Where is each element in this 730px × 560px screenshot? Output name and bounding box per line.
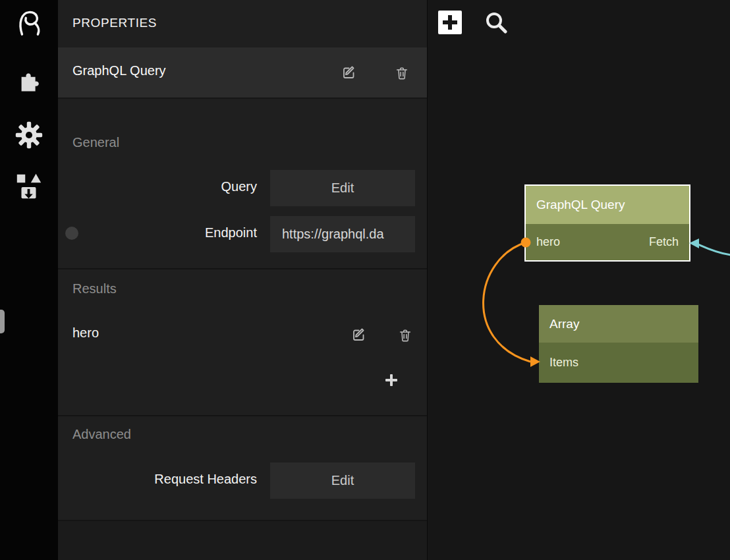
search-icon[interactable] bbox=[483, 9, 509, 36]
app-window: PROPERTIES GraphQL Query General Query E bbox=[0, 0, 730, 560]
node-graphql-query[interactable]: GraphQL Query hero Fetch bbox=[524, 184, 690, 262]
left-toolbar bbox=[0, 0, 58, 560]
node-title[interactable]: GraphQL Query bbox=[526, 186, 689, 224]
section-advanced-title: Advanced bbox=[72, 427, 131, 442]
noodl-logo-icon[interactable] bbox=[14, 7, 44, 37]
trash-icon[interactable] bbox=[397, 327, 413, 343]
connections-layer bbox=[428, 0, 730, 560]
selected-node-row[interactable]: GraphQL Query bbox=[58, 47, 427, 99]
result-item-label: hero bbox=[72, 325, 99, 341]
selected-node-label: GraphQL Query bbox=[72, 63, 166, 78]
gear-icon[interactable] bbox=[14, 120, 44, 150]
wire-arrowhead-fetch bbox=[689, 238, 699, 248]
node-canvas[interactable]: GraphQL Query hero Fetch Array Items bbox=[427, 0, 730, 560]
panel-title: PROPERTIES bbox=[72, 16, 157, 30]
properties-panel: PROPERTIES GraphQL Query General Query E bbox=[58, 0, 427, 560]
section-general-title: General bbox=[72, 135, 119, 150]
add-node-icon[interactable] bbox=[438, 11, 462, 34]
query-label: Query bbox=[58, 179, 257, 194]
endpoint-value: https://graphql.da bbox=[270, 216, 415, 252]
node-ports-row: Items bbox=[539, 343, 698, 383]
port-items[interactable]: Items bbox=[549, 356, 578, 370]
panel-edge-handle[interactable] bbox=[0, 310, 5, 333]
wire-hero-to-items[interactable] bbox=[484, 242, 530, 362]
edit-pencil-icon[interactable] bbox=[351, 327, 367, 343]
puzzle-icon[interactable] bbox=[14, 65, 44, 95]
node-array[interactable]: Array Items bbox=[539, 305, 698, 383]
section-results-title: Results bbox=[72, 281, 117, 296]
endpoint-input[interactable]: https://graphql.da bbox=[270, 216, 415, 252]
node-title[interactable]: Array bbox=[539, 305, 698, 343]
add-result-plus-icon[interactable] bbox=[383, 372, 399, 388]
query-edit-button[interactable]: Edit bbox=[270, 170, 415, 206]
port-fetch[interactable]: Fetch bbox=[649, 235, 679, 249]
endpoint-label: Endpoint bbox=[58, 225, 257, 240]
section-divider bbox=[58, 415, 427, 416]
port-hero[interactable]: hero bbox=[536, 235, 560, 249]
edit-pencil-icon[interactable] bbox=[341, 65, 357, 80]
endpoint-connection-dot[interactable] bbox=[65, 227, 78, 240]
panel-footer bbox=[58, 521, 427, 560]
wire-into-fetch[interactable] bbox=[698, 244, 730, 255]
trash-icon[interactable] bbox=[394, 65, 410, 81]
shapes-library-icon[interactable] bbox=[14, 171, 44, 202]
request-headers-edit-button[interactable]: Edit bbox=[270, 462, 415, 499]
section-divider bbox=[58, 268, 427, 269]
request-headers-label: Request Headers bbox=[58, 472, 257, 487]
node-ports-row: hero Fetch bbox=[526, 224, 689, 260]
